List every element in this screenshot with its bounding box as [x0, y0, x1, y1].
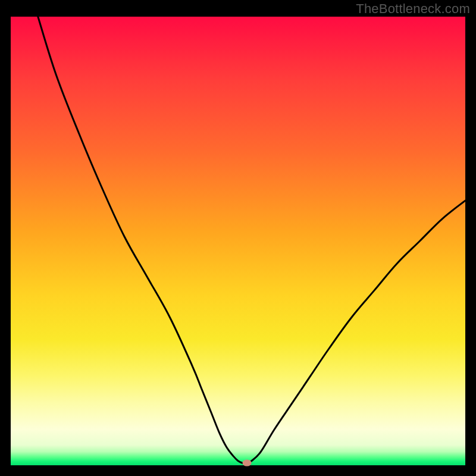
watermark-text: TheBottleneck.com	[356, 1, 470, 17]
bottleneck-curve	[11, 17, 465, 465]
chart-frame: TheBottleneck.com	[0, 0, 476, 476]
plot-area	[11, 17, 465, 465]
optimal-point-marker	[243, 460, 252, 466]
